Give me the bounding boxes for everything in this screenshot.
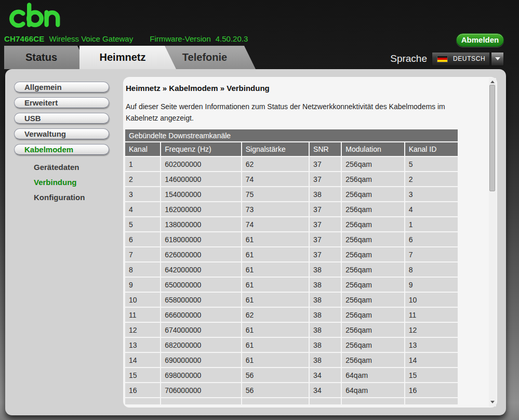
table-cell: 602000000 bbox=[161, 157, 241, 171]
table-cell: 14 bbox=[405, 353, 458, 367]
table-cell: 698000000 bbox=[161, 368, 241, 382]
table-cell: 61 bbox=[242, 232, 309, 246]
sidebar-item-kabelmodem[interactable]: Kabelmodem bbox=[14, 144, 109, 155]
top-header: CH7466CEWireless Voice GatewayFirmware-V… bbox=[0, 0, 519, 46]
table-cell: 618000000 bbox=[161, 232, 241, 246]
table-cell: 690000000 bbox=[161, 353, 241, 367]
table-cell: 5 bbox=[405, 157, 458, 171]
table-cell: 38 bbox=[310, 338, 341, 352]
page: { "header": { "logo_text": "cbn", "model… bbox=[0, 0, 519, 420]
scroll-up-icon bbox=[490, 81, 495, 83]
table-cell: 154000000 bbox=[161, 187, 241, 201]
table-cell: 682000000 bbox=[161, 338, 241, 352]
table-cell: 38 bbox=[310, 308, 341, 322]
table-cell: 256qam bbox=[342, 308, 404, 322]
device-model: CH7466CE bbox=[4, 34, 44, 43]
table-cell: 2 bbox=[125, 172, 160, 186]
table-cell: 256qam bbox=[342, 187, 404, 201]
table-cell: 10 bbox=[125, 293, 160, 307]
table-cell: 37 bbox=[310, 247, 341, 261]
table-cell: 34 bbox=[310, 368, 341, 382]
tab-telefonie[interactable]: Telefonie bbox=[164, 46, 256, 69]
german-flag-icon bbox=[437, 56, 448, 62]
language-selected-value: DEUTSCH bbox=[453, 55, 485, 62]
table-cell: 61 bbox=[242, 262, 309, 277]
table-row: 76260000006137256qam7 bbox=[125, 247, 458, 261]
table-cell: 674000000 bbox=[161, 323, 241, 337]
table-cell bbox=[342, 398, 404, 404]
table-cell: 38 bbox=[310, 262, 341, 277]
table-cell: 162000000 bbox=[161, 202, 241, 216]
table-cell: 64qam bbox=[342, 368, 404, 382]
table-cell: 37 bbox=[310, 157, 341, 171]
table-row: 136820000006138256qam13 bbox=[125, 338, 458, 352]
sidebar-subitem-verbindung[interactable]: Verbindung bbox=[14, 175, 118, 190]
breadcrumb: Heimnetz » Kabelmodem » Verbindung bbox=[126, 84, 270, 93]
table-cell: 256qam bbox=[342, 323, 404, 337]
table-cell bbox=[310, 398, 341, 404]
table-cell: 75 bbox=[242, 187, 309, 201]
table-cell: 12 bbox=[125, 323, 160, 337]
language-dropdown-button[interactable] bbox=[491, 52, 504, 66]
downstream-channels-table: Gebündelte Downstreamkanäle KanalFrequen… bbox=[124, 128, 459, 404]
table-cell: 256qam bbox=[342, 172, 404, 186]
tab-heimnetz[interactable]: Heimnetz bbox=[79, 46, 176, 69]
table-cell: 256qam bbox=[342, 262, 404, 277]
logout-button[interactable]: Abmelden bbox=[456, 33, 504, 47]
table-cell: 61 bbox=[242, 278, 309, 292]
table-cell: 38 bbox=[310, 323, 341, 337]
table-cell: 256qam bbox=[342, 353, 404, 367]
table-cell: 706000000 bbox=[161, 383, 241, 397]
table-cell: 8 bbox=[125, 262, 160, 277]
table-row: 51380000007437256qam1 bbox=[125, 217, 458, 231]
vertical-scrollbar[interactable] bbox=[489, 78, 496, 406]
table-cell: 37 bbox=[310, 232, 341, 246]
table-cell: 38 bbox=[310, 187, 341, 201]
tab-status[interactable]: Status bbox=[4, 46, 89, 69]
table-cell bbox=[242, 398, 309, 404]
table-cell: 61 bbox=[242, 353, 309, 367]
table-column-header: Frequenz (Hz) bbox=[161, 142, 241, 156]
table-cell: 61 bbox=[242, 323, 309, 337]
table-cell: 15 bbox=[405, 368, 458, 382]
scroll-up-button[interactable] bbox=[489, 78, 496, 85]
sidebar-subitem-geraetedaten[interactable]: Gerätedaten bbox=[14, 160, 118, 175]
sidebar-item-usb[interactable]: USB bbox=[14, 113, 109, 124]
table-cell bbox=[125, 398, 160, 404]
table-cell: 7 bbox=[125, 247, 160, 261]
page-description: Auf dieser Seite werden Informationen zu… bbox=[126, 101, 464, 124]
table-column-header: Kanal bbox=[125, 142, 160, 156]
table-cell: 74 bbox=[242, 172, 309, 186]
table-cell: 14 bbox=[125, 353, 160, 367]
scroll-down-icon bbox=[490, 401, 495, 403]
table-cell: 10 bbox=[405, 293, 458, 307]
sidebar-item-verwaltung[interactable]: Verwaltung bbox=[14, 128, 109, 139]
table-cell: 3 bbox=[125, 187, 160, 201]
table-cell: 1 bbox=[125, 157, 160, 171]
table-cell: 56 bbox=[242, 383, 309, 397]
scrollbar-thumb[interactable] bbox=[489, 85, 495, 191]
scroll-down-button[interactable] bbox=[489, 399, 496, 405]
table-cell: 62 bbox=[242, 308, 309, 322]
table-row: 15698000000563464qam15 bbox=[125, 368, 458, 382]
table-cell: 37 bbox=[310, 202, 341, 216]
sidebar-item-erweitert[interactable]: Erweitert bbox=[14, 97, 109, 108]
sidebar-subitem-konfiguration[interactable]: Konfiguration bbox=[14, 190, 118, 205]
table-cell: 4 bbox=[405, 202, 458, 216]
table-cell: 8 bbox=[405, 262, 458, 277]
sidebar-subnav: Gerätedaten Verbindung Konfiguration bbox=[14, 160, 118, 205]
table-cell: 256qam bbox=[342, 293, 404, 307]
table-cell: 256qam bbox=[342, 202, 404, 216]
language-select[interactable]: DEUTSCH bbox=[432, 52, 490, 66]
table-cell: 9 bbox=[125, 278, 160, 292]
table-cell: 16 bbox=[405, 383, 458, 397]
content-container: Allgemein Erweitert USB Verwaltung Kabel… bbox=[5, 69, 506, 415]
table-cell: 5 bbox=[125, 217, 160, 231]
table-row: 31540000007538256qam3 bbox=[125, 187, 458, 201]
table-column-header: Kanal ID bbox=[405, 142, 458, 156]
table-cell: 13 bbox=[405, 338, 458, 352]
table-cell: 37 bbox=[310, 217, 341, 231]
sidebar-item-allgemein[interactable]: Allgemein bbox=[14, 82, 109, 93]
sidebar: Allgemein Erweitert USB Verwaltung Kabel… bbox=[14, 82, 118, 205]
table-cell: 11 bbox=[405, 308, 458, 322]
